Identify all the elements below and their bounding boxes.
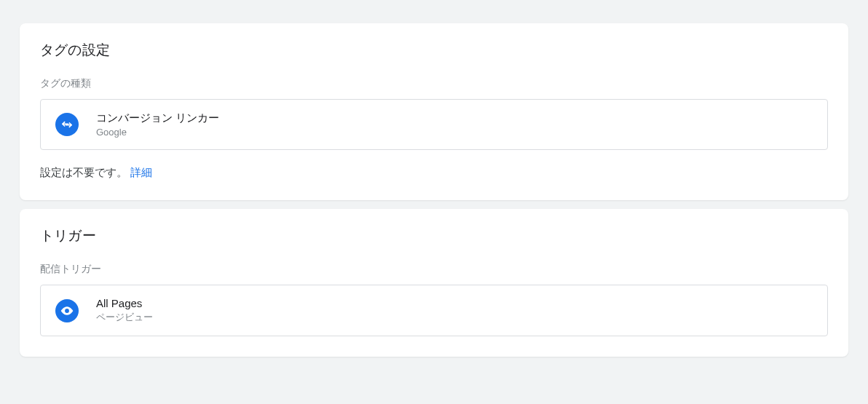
- trigger-name: All Pages: [96, 297, 153, 309]
- conversion-linker-icon: [55, 113, 79, 136]
- trigger-title: トリガー: [40, 226, 828, 245]
- pageview-icon: [55, 299, 79, 322]
- trigger-type: ページビュー: [96, 311, 153, 324]
- trigger-section-label: 配信トリガー: [40, 263, 828, 276]
- tag-type-label: タグの種類: [40, 77, 828, 90]
- tag-config-title: タグの設定: [40, 41, 828, 60]
- config-note-text: 設定は不要です。: [40, 166, 127, 178]
- trigger-card: トリガー 配信トリガー All Pages ページビュー: [20, 209, 848, 357]
- tag-type-vendor: Google: [96, 127, 219, 138]
- tag-type-texts: コンバージョン リンカー Google: [96, 111, 219, 138]
- config-note: 設定は不要です。 詳細: [40, 166, 828, 180]
- tag-type-name: コンバージョン リンカー: [96, 111, 219, 125]
- tag-configuration-card: タグの設定 タグの種類 コンバージョン リンカー Google 設定は不要です。…: [20, 23, 848, 200]
- trigger-texts: All Pages ページビュー: [96, 297, 153, 324]
- svg-point-0: [65, 309, 69, 313]
- details-link[interactable]: 詳細: [130, 166, 152, 178]
- trigger-row[interactable]: All Pages ページビュー: [40, 285, 828, 336]
- tag-type-row[interactable]: コンバージョン リンカー Google: [40, 99, 828, 150]
